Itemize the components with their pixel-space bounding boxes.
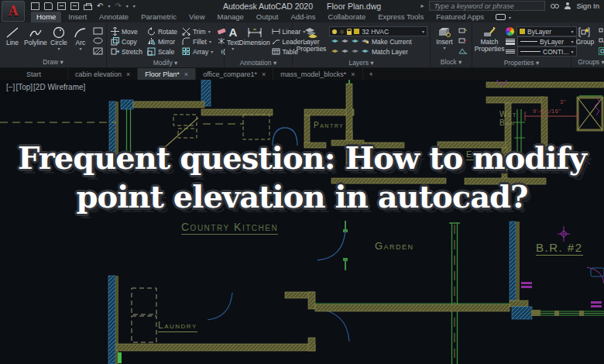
fillet-button[interactable]: Fillet▾ bbox=[180, 36, 214, 46]
lineweight-icon[interactable] bbox=[506, 39, 515, 45]
arc-button[interactable]: Arc ▾ bbox=[70, 24, 91, 58]
tab-manage[interactable]: Manage bbox=[212, 12, 249, 22]
redo-icon[interactable]: ↷ bbox=[115, 2, 121, 10]
scale-button[interactable]: Scale bbox=[146, 46, 179, 57]
tab-options-caret-icon[interactable]: ▾ bbox=[509, 15, 511, 20]
group-selection-icon[interactable] bbox=[599, 47, 604, 55]
tab-express-tools[interactable]: Express Tools bbox=[372, 12, 429, 22]
rectangle-icon[interactable] bbox=[93, 27, 103, 35]
file-tab-cabin-elevation[interactable]: cabin elevation× bbox=[68, 68, 138, 80]
plot-icon[interactable] bbox=[84, 5, 92, 10]
circle-button[interactable]: Circle ▾ bbox=[49, 24, 69, 58]
block-editor-icon[interactable] bbox=[458, 37, 468, 44]
layer-on-icon bbox=[332, 29, 337, 34]
current-layer-name: 32 HVAC bbox=[362, 28, 389, 36]
media-browser-icon[interactable] bbox=[496, 14, 506, 20]
trim-button[interactable]: Trim▾ bbox=[180, 26, 214, 36]
color-wheel-icon[interactable] bbox=[506, 27, 514, 36]
panel-groups: Group Groups ▾ bbox=[571, 22, 604, 67]
new-file-icon[interactable] bbox=[31, 2, 39, 10]
lineweight-select[interactable]: ByLayer ▾ bbox=[517, 36, 577, 46]
autocad-window: A ↶ ▾ ↷ ▾ ▾ Autodesk AutoCAD 2020Floor P… bbox=[0, 0, 604, 364]
match-layer-button[interactable]: Match Layer bbox=[329, 46, 427, 57]
application-menu-button[interactable]: A bbox=[2, 1, 25, 22]
define-attributes-icon[interactable] bbox=[458, 48, 468, 55]
file-tab-mass-model-blocks[interactable]: mass_model_blocks*× bbox=[273, 68, 362, 80]
tab-insert[interactable]: Insert bbox=[63, 12, 92, 22]
match-properties-button[interactable]: Match Properties bbox=[475, 24, 504, 59]
dimension-text-small: 3" bbox=[560, 98, 566, 105]
make-current-button[interactable]: Make Current bbox=[329, 36, 427, 46]
linetype-icon[interactable] bbox=[506, 50, 515, 53]
polyline-button[interactable]: Polyline bbox=[24, 24, 47, 58]
edit-attribute-icon[interactable] bbox=[458, 27, 468, 34]
insert-block-button[interactable]: Insert ▾ bbox=[433, 24, 456, 58]
panel-label-annotation[interactable]: Annotation ▾ bbox=[225, 59, 292, 68]
close-tab-icon[interactable]: × bbox=[351, 70, 355, 78]
view-control[interactable]: [Top] bbox=[15, 83, 33, 91]
undo-dropdown-icon[interactable]: ▾ bbox=[108, 3, 110, 9]
sign-in-button[interactable]: Sign In bbox=[576, 2, 599, 10]
new-drawing-tab-button[interactable]: + bbox=[363, 68, 379, 80]
panel-label-block[interactable]: Block ▾ bbox=[431, 58, 472, 67]
file-tab-floor-plan[interactable]: Floor Plan*× bbox=[138, 68, 196, 80]
help-search-input[interactable] bbox=[429, 1, 545, 11]
tab-home[interactable]: Home bbox=[31, 12, 61, 22]
save-icon[interactable] bbox=[57, 2, 66, 10]
move-button[interactable]: Move bbox=[109, 26, 144, 36]
insert-block-icon bbox=[438, 26, 451, 38]
leader-icon bbox=[272, 38, 280, 45]
close-tab-icon[interactable]: × bbox=[262, 70, 266, 78]
panel-draw: Line Polyline Circle ▾ Arc ▾ bbox=[0, 22, 107, 67]
panel-label-layers[interactable]: Layers ▾ bbox=[293, 59, 430, 68]
ellipse-icon[interactable] bbox=[93, 37, 103, 44]
polyline-icon bbox=[29, 26, 43, 39]
hatch-icon[interactable] bbox=[93, 47, 103, 55]
linetype-select[interactable]: CONTI... ▾ bbox=[517, 46, 577, 57]
rotate-button[interactable]: Rotate bbox=[146, 26, 179, 36]
drawing-canvas[interactable]: Pantry Wet Bar 9'-0 1/16" 3" Entry Count… bbox=[0, 80, 604, 364]
file-tab-start[interactable]: Start bbox=[0, 68, 68, 80]
panel-label-modify[interactable]: Modify ▾ bbox=[107, 59, 224, 68]
panel-label-draw[interactable]: Draw ▾ bbox=[0, 58, 106, 67]
text-button[interactable]: A Text ▾ bbox=[227, 24, 239, 59]
layer-select[interactable]: ☼ 32 HVAC ▾ bbox=[329, 26, 427, 36]
room-label-pantry: Pantry bbox=[314, 121, 344, 129]
dimension-button[interactable]: Dimension bbox=[241, 24, 269, 59]
tab-annotate[interactable]: Annotate bbox=[94, 12, 134, 22]
user-avatar-icon[interactable] bbox=[565, 2, 571, 9]
customize-qat-icon[interactable]: ▾ bbox=[133, 3, 136, 9]
panel-label-groups[interactable]: Groups ▾ bbox=[571, 58, 604, 67]
tab-collaborate[interactable]: Collaborate bbox=[323, 12, 372, 22]
mirror-button[interactable]: Mirror bbox=[146, 36, 179, 46]
layer-properties-button[interactable]: Layer Properties bbox=[295, 24, 328, 59]
save-as-icon[interactable] bbox=[70, 2, 79, 10]
stretch-button[interactable]: Stretch bbox=[109, 46, 144, 57]
visual-style-control[interactable]: [2D Wireframe] bbox=[33, 83, 85, 91]
group-button[interactable]: Group bbox=[574, 24, 596, 58]
ungroup-icon[interactable] bbox=[599, 27, 604, 34]
copy-button[interactable]: Copy bbox=[109, 36, 144, 46]
search-binoculars-icon[interactable] bbox=[551, 4, 559, 9]
file-tab-bar: Start cabin elevation× Floor Plan*× offi… bbox=[0, 68, 604, 80]
open-file-icon[interactable] bbox=[44, 2, 53, 10]
title-bar: A ↶ ▾ ↷ ▾ ▾ Autodesk AutoCAD 2020Floor P… bbox=[0, 0, 604, 12]
object-color-select[interactable]: ByLayer ▾ bbox=[516, 26, 577, 36]
undo-icon[interactable]: ↶ bbox=[97, 2, 103, 10]
tab-output[interactable]: Output bbox=[251, 12, 284, 22]
tab-featured-apps[interactable]: Featured Apps bbox=[431, 12, 489, 22]
group-edit-icon[interactable] bbox=[599, 37, 604, 44]
viewport-menu-control[interactable]: [−] bbox=[6, 83, 15, 91]
tab-add-ins[interactable]: Add-ins bbox=[285, 12, 321, 22]
linear-icon bbox=[272, 28, 280, 35]
close-tab-icon[interactable]: × bbox=[184, 70, 188, 78]
array-button[interactable]: Array▾ bbox=[180, 46, 214, 57]
line-button[interactable]: Line bbox=[2, 24, 22, 58]
panel-label-properties[interactable]: Properties ▾ bbox=[472, 59, 571, 68]
tab-view[interactable]: View bbox=[184, 12, 210, 22]
panel-annotation: A Text ▾ Dimension Linear▾ Leader▾ bbox=[225, 22, 293, 67]
close-tab-icon[interactable]: × bbox=[126, 70, 130, 78]
file-tab-office-compare[interactable]: office_compare1*× bbox=[196, 68, 273, 80]
redo-dropdown-icon[interactable]: ▾ bbox=[126, 3, 129, 9]
tab-parametric[interactable]: Parametric bbox=[136, 12, 182, 22]
